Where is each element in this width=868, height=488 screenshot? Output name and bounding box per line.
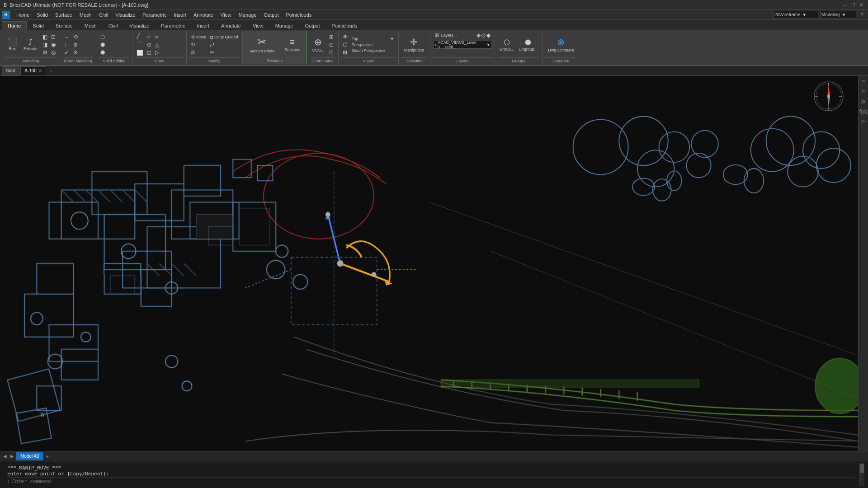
mirror-btn[interactable]: ⇄: [208, 41, 240, 48]
model-tab-prev[interactable]: ◀: [2, 453, 8, 460]
rp-icon-edit[interactable]: ✏: [859, 117, 868, 126]
tab-surface[interactable]: Surface: [50, 21, 79, 30]
draw-btn-4[interactable]: ○: [146, 33, 153, 41]
menu-visualize[interactable]: Visualize: [112, 11, 139, 19]
ucs-button[interactable]: ⊕ UCS...: [310, 36, 327, 53]
new-tab-button[interactable]: +: [47, 67, 55, 75]
perspective-btn[interactable]: Perspective: [350, 42, 396, 47]
dm-btn-6[interactable]: ⊗: [72, 49, 79, 56]
layers-btn[interactable]: ⊞: [433, 32, 440, 39]
modeling-btn-2[interactable]: ◨: [41, 41, 49, 48]
sections-button[interactable]: ≡ Sections: [281, 36, 304, 54]
tab-visualize[interactable]: Visualize: [123, 21, 155, 30]
draw-btn-6[interactable]: ◻: [146, 49, 153, 56]
draw-btn-3[interactable]: ⬜: [135, 49, 145, 56]
scrollbar-thumb[interactable]: [860, 464, 864, 473]
model-tab-model-a0[interactable]: Model A0: [16, 452, 43, 460]
viewport-btn[interactable]: ⊞: [341, 49, 349, 56]
minimize-button[interactable]: —: [842, 2, 848, 8]
draw-btn-8[interactable]: △: [154, 41, 160, 48]
rp-icon-2[interactable]: ≡: [859, 88, 868, 96]
tab-parametric[interactable]: Parametric: [155, 21, 191, 30]
menu-home[interactable]: Home: [13, 11, 33, 19]
modeling-btn-1[interactable]: ◧: [41, 33, 49, 41]
extrude-button[interactable]: ⤴ Extrude: [21, 37, 40, 52]
ungroup-button[interactable]: ⬢ Ungroup...: [517, 37, 539, 52]
workspace-dropdown[interactable]: Modeling ▼: [820, 11, 856, 19]
a100-tab-close[interactable]: ✕: [38, 68, 42, 73]
menu-surface[interactable]: Surface: [52, 11, 76, 19]
modeling-btn-5[interactable]: ◉: [50, 41, 57, 48]
command-scrollbar[interactable]: [859, 463, 864, 486]
menu-view[interactable]: View: [217, 11, 235, 19]
tab-home[interactable]: Home: [2, 21, 27, 30]
tab-solid[interactable]: Solid: [27, 21, 49, 30]
section-plane-button[interactable]: ✂ Section Plane: [246, 34, 278, 55]
menu-output[interactable]: Output: [260, 11, 282, 19]
copy-guided-btn[interactable]: ⧈ Copy Guided: [208, 33, 240, 41]
trim-btn[interactable]: ✂: [208, 49, 240, 56]
tab-pointclouds[interactable]: Pointclouds: [326, 21, 363, 30]
model-tab-next[interactable]: ▶: [9, 453, 15, 460]
box-button[interactable]: ⬛ Box: [5, 37, 20, 52]
titlebar-controls[interactable]: — ☐ ✕: [842, 2, 864, 8]
draw-btn-7[interactable]: ⌗: [154, 33, 160, 41]
coord-btn-2[interactable]: ⊟: [328, 41, 335, 48]
modeling-btn-6[interactable]: ◎: [50, 49, 57, 56]
cad-viewport[interactable]: W: [0, 76, 858, 451]
tab-civil[interactable]: Civil: [103, 21, 124, 30]
tab-manage[interactable]: Manage: [269, 21, 299, 30]
draw-btn-2[interactable]: ⌒: [135, 40, 145, 49]
menu-mesh[interactable]: Mesh: [76, 11, 95, 19]
tab-view[interactable]: View: [247, 21, 269, 30]
view-compass[interactable]: [813, 80, 844, 113]
rp-icon-1[interactable]: ≡: [859, 78, 868, 86]
dm-btn-3[interactable]: ↙: [63, 49, 71, 56]
dm-btn-2[interactable]: ↕: [63, 41, 71, 48]
match-perspective-btn[interactable]: Match Perspective: [350, 48, 396, 53]
maximize-button[interactable]: ☐: [850, 2, 856, 8]
tab-annotate[interactable]: Annotate: [215, 21, 247, 30]
menu-insert[interactable]: Insert: [170, 11, 190, 19]
dwg-compare-button[interactable]: ⊕ Dwg Compare: [545, 36, 577, 53]
coord-btn-1[interactable]: ⊞: [328, 33, 335, 41]
command-input[interactable]: [12, 479, 855, 484]
rp-icon-formula[interactable]: f(x): [859, 108, 868, 116]
manipulate-button[interactable]: ✛ Manipulate: [401, 36, 427, 53]
tab-output[interactable]: Output: [299, 21, 326, 30]
doc-tab-a100[interactable]: A-100 ✕: [20, 66, 46, 75]
modeling-btn-4[interactable]: ⊡: [50, 33, 57, 41]
menu-solid[interactable]: Solid: [33, 11, 51, 19]
menu-pointclouds[interactable]: Pointclouds: [282, 11, 315, 19]
dm-btn-5[interactable]: ⊕: [72, 41, 79, 48]
3dviews-btn[interactable]: ⬡: [341, 41, 349, 48]
se-btn-2[interactable]: ⬢: [99, 41, 106, 48]
move-btn[interactable]: ✛ Move: [189, 33, 208, 41]
menu-parametric[interactable]: Parametric: [139, 11, 170, 19]
rotate-btn[interactable]: ↻: [189, 41, 208, 48]
se-btn-1[interactable]: ⬡: [99, 33, 106, 41]
menu-manage[interactable]: Manage: [235, 11, 260, 19]
layers-extra-btns[interactable]: ◈ ◇ ◆: [475, 32, 492, 39]
draw-btn-1[interactable]: ╱: [135, 33, 145, 40]
close-button[interactable]: ✕: [858, 2, 864, 8]
draw-btn-9[interactable]: ▷: [154, 49, 160, 56]
menu-civil[interactable]: Civil: [95, 11, 112, 19]
top-view-btn[interactable]: Top ▼: [350, 36, 396, 42]
add-layout-button[interactable]: +: [44, 453, 51, 460]
viewport-style-dropdown[interactable]: 2dWireframe ▼: [773, 11, 818, 19]
se-btn-3[interactable]: ⬣: [99, 49, 106, 56]
tab-insert[interactable]: Insert: [191, 21, 215, 30]
group-button[interactable]: ⬡ Group...: [498, 37, 516, 52]
doc-tab-start[interactable]: Start: [2, 66, 19, 75]
tab-mesh[interactable]: Mesh: [79, 21, 103, 30]
layer-dropdown[interactable]: ● ACAD_VIEWS_Level 0__secti... ▼: [433, 41, 492, 49]
modeling-btn-3[interactable]: ⊞: [41, 49, 49, 56]
dm-btn-4[interactable]: ⟲: [72, 33, 79, 41]
draw-btn-5[interactable]: ⊙: [146, 41, 153, 48]
menu-annotate[interactable]: Annotate: [190, 11, 217, 19]
dm-btn-1[interactable]: ↔: [63, 33, 71, 41]
namedviews-btn[interactable]: 👁: [341, 33, 349, 41]
coord-btn-3[interactable]: ⊡: [328, 49, 335, 56]
rp-icon-properties[interactable]: ⚙: [859, 98, 868, 106]
